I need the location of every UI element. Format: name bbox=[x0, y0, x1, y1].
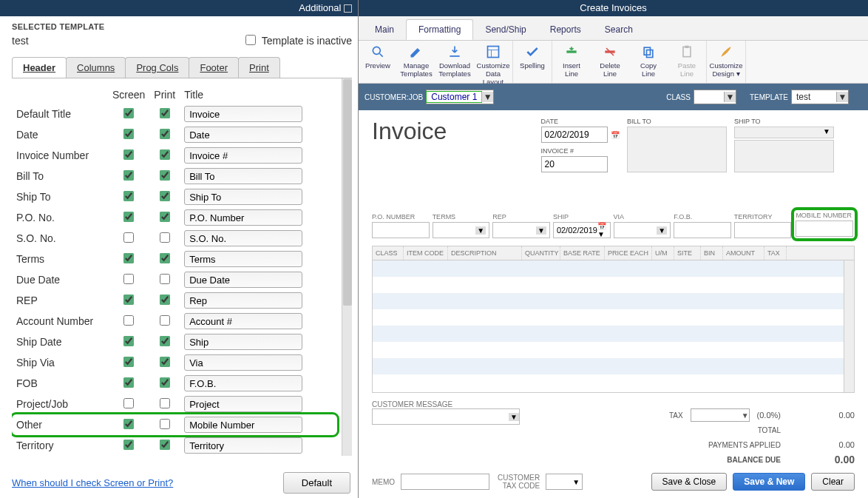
window-control-icon[interactable] bbox=[344, 4, 352, 13]
grid-body[interactable] bbox=[373, 260, 854, 392]
mobile number-input[interactable] bbox=[796, 221, 853, 237]
print-checkbox[interactable] bbox=[160, 212, 170, 222]
ribbon-tab-send-ship[interactable]: Send/Ship bbox=[473, 20, 538, 39]
grid-scrollbar[interactable] bbox=[844, 260, 854, 392]
ribbon-download-templates[interactable]: DownloadTemplates bbox=[435, 41, 474, 83]
scrollbar[interactable] bbox=[342, 78, 352, 456]
invoice-no-input[interactable] bbox=[541, 156, 608, 172]
customer-job-combo[interactable]: Customer 1▼ bbox=[426, 90, 494, 104]
print-checkbox[interactable] bbox=[160, 398, 170, 408]
grid-col-bin[interactable]: BIN bbox=[701, 246, 723, 260]
rep-select[interactable]: ▼ bbox=[492, 222, 550, 238]
title-input[interactable] bbox=[184, 106, 302, 122]
ribbon-tab-main[interactable]: Main bbox=[363, 20, 406, 39]
grid-col-site[interactable]: SITE bbox=[674, 246, 701, 260]
memo-input[interactable] bbox=[401, 474, 489, 490]
save-close-button[interactable]: Save & Close bbox=[651, 473, 728, 491]
print-checkbox[interactable] bbox=[160, 170, 170, 181]
f.o.b.-input[interactable] bbox=[674, 222, 731, 238]
print-checkbox[interactable] bbox=[160, 336, 170, 346]
grid-col-description[interactable]: DESCRIPTION bbox=[448, 246, 522, 260]
print-checkbox[interactable] bbox=[160, 419, 170, 429]
print-checkbox[interactable] bbox=[160, 149, 170, 160]
clear-button[interactable]: Clear bbox=[811, 473, 855, 491]
screen-checkbox[interactable] bbox=[123, 129, 134, 139]
tab-columns[interactable]: Columns bbox=[66, 57, 126, 78]
template-inactive-checkbox[interactable]: Template is inactive bbox=[245, 34, 352, 47]
title-input[interactable] bbox=[184, 417, 302, 433]
grid-col-class[interactable]: CLASS bbox=[373, 246, 404, 260]
print-checkbox[interactable] bbox=[160, 440, 170, 450]
ribbon-tab-reports[interactable]: Reports bbox=[538, 20, 593, 39]
ship-date[interactable]: 02/02/2019📅 ▼ bbox=[553, 222, 611, 238]
screen-checkbox[interactable] bbox=[123, 336, 134, 346]
print-checkbox[interactable] bbox=[160, 295, 170, 305]
screen-checkbox[interactable] bbox=[123, 295, 134, 305]
ribbon-customize-data-layout[interactable]: CustomizeData Layout bbox=[474, 41, 512, 83]
ship-to-box[interactable] bbox=[734, 140, 834, 172]
title-input[interactable] bbox=[184, 396, 302, 412]
screen-checkbox[interactable] bbox=[123, 212, 134, 222]
p.o. number-input[interactable] bbox=[372, 222, 430, 238]
print-checkbox[interactable] bbox=[160, 253, 170, 263]
grid-col-amount[interactable]: AMOUNT bbox=[723, 246, 764, 260]
ribbon-manage-templates[interactable]: ManageTemplates bbox=[397, 41, 435, 83]
title-input[interactable] bbox=[184, 313, 302, 329]
screen-checkbox[interactable] bbox=[123, 108, 134, 118]
screen-checkbox[interactable] bbox=[123, 398, 134, 408]
ribbon-delete-line[interactable]: DeleteLine bbox=[591, 41, 629, 83]
ribbon-tab-formatting[interactable]: Formatting bbox=[406, 19, 473, 40]
default-button[interactable]: Default bbox=[283, 472, 350, 494]
print-checkbox[interactable] bbox=[160, 377, 170, 388]
screen-checkbox[interactable] bbox=[123, 377, 134, 388]
screen-checkbox[interactable] bbox=[123, 357, 134, 367]
title-input[interactable] bbox=[184, 437, 302, 454]
tax-combo[interactable]: ▼ bbox=[691, 408, 750, 422]
screen-checkbox[interactable] bbox=[123, 440, 134, 450]
customer-message-select[interactable]: ▼ bbox=[372, 408, 520, 425]
bill-to-box[interactable] bbox=[627, 127, 727, 172]
title-input[interactable] bbox=[184, 334, 302, 350]
screen-checkbox[interactable] bbox=[123, 274, 134, 284]
terms-select[interactable]: ▼ bbox=[433, 222, 490, 238]
ribbon-customize-design-[interactable]: CustomizeDesign ▾ bbox=[707, 41, 745, 83]
print-checkbox[interactable] bbox=[160, 232, 170, 243]
grid-col-quantity[interactable]: QUANTITY bbox=[522, 246, 560, 260]
tab-footer[interactable]: Footer bbox=[189, 57, 239, 78]
ribbon-preview[interactable]: Preview bbox=[359, 41, 397, 83]
date-input[interactable] bbox=[541, 127, 608, 143]
tab-print[interactable]: Print bbox=[238, 57, 280, 78]
grid-col-item-code[interactable]: ITEM CODE bbox=[404, 246, 448, 260]
grid-col-u-m[interactable]: U/M bbox=[652, 246, 674, 260]
screen-checkbox[interactable] bbox=[123, 419, 134, 429]
screen-checkbox[interactable] bbox=[123, 149, 134, 160]
title-input[interactable] bbox=[184, 230, 302, 246]
screen-checkbox[interactable] bbox=[123, 253, 134, 263]
title-input[interactable] bbox=[184, 272, 302, 288]
tab-prog-cols[interactable]: Prog Cols bbox=[125, 57, 189, 78]
ribbon-spelling[interactable]: Spelling bbox=[513, 41, 552, 83]
help-link[interactable]: When should I check Screen or Print? bbox=[12, 477, 173, 488]
grid-col-price-each[interactable]: PRICE EACH bbox=[605, 246, 652, 260]
ribbon-tab-search[interactable]: Search bbox=[593, 20, 645, 39]
title-input[interactable] bbox=[184, 189, 302, 205]
tab-header[interactable]: Header bbox=[12, 57, 67, 78]
title-input[interactable] bbox=[184, 354, 302, 371]
print-checkbox[interactable] bbox=[160, 108, 170, 118]
title-input[interactable] bbox=[184, 375, 302, 391]
screen-checkbox[interactable] bbox=[123, 170, 134, 181]
title-input[interactable] bbox=[184, 209, 302, 226]
title-input[interactable] bbox=[184, 168, 302, 184]
ribbon-insert-line[interactable]: InsertLine bbox=[552, 41, 591, 83]
print-checkbox[interactable] bbox=[160, 191, 170, 201]
ribbon-copy-line[interactable]: CopyLine bbox=[629, 41, 668, 83]
grid-col-tax[interactable]: TAX bbox=[764, 246, 787, 260]
print-checkbox[interactable] bbox=[160, 315, 170, 326]
via-select[interactable]: ▼ bbox=[614, 222, 671, 238]
screen-checkbox[interactable] bbox=[123, 191, 134, 201]
customer-tax-select[interactable]: ▼ bbox=[546, 474, 583, 490]
print-checkbox[interactable] bbox=[160, 129, 170, 139]
title-input[interactable] bbox=[184, 147, 302, 164]
title-input[interactable] bbox=[184, 127, 302, 143]
print-checkbox[interactable] bbox=[160, 274, 170, 284]
